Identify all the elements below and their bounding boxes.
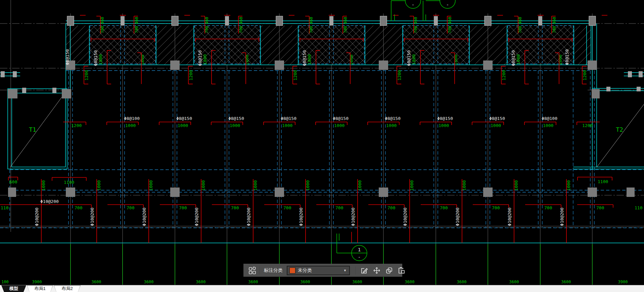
svg-text:700: 700: [75, 205, 82, 210]
svg-text:3600: 3600: [92, 280, 101, 284]
svg-text:Φ8@150: Φ8@150: [65, 49, 70, 65]
svg-text:3600: 3600: [196, 280, 206, 284]
stairwells: T1T2: [10, 91, 644, 167]
svg-text:3600: 3600: [144, 280, 154, 284]
svg-text:1000: 1000: [140, 54, 145, 65]
svg-text:460: 460: [413, 17, 418, 24]
svg-text:700: 700: [231, 205, 239, 210]
svg-text:460: 460: [518, 17, 522, 24]
svg-text:T2: T2: [616, 126, 623, 133]
toolbar-separator: [356, 266, 357, 275]
category-label: 标注分类: [264, 267, 283, 274]
paste-icon[interactable]: [397, 266, 406, 275]
svg-text:1000: 1000: [201, 180, 206, 191]
svg-text:1000: 1000: [230, 123, 240, 128]
svg-text:Φ8@150: Φ8@150: [406, 50, 411, 66]
svg-text:Φ8@150: Φ8@150: [302, 50, 307, 66]
svg-text:3600: 3600: [301, 280, 310, 284]
svg-text:1000: 1000: [282, 123, 292, 128]
svg-text:700: 700: [387, 205, 395, 210]
svg-text:1200: 1200: [582, 70, 587, 80]
edit-annotation-icon[interactable]: [360, 266, 369, 275]
svg-text:700: 700: [448, 26, 452, 33]
svg-text:700: 700: [204, 26, 209, 33]
svg-text:700: 700: [239, 26, 243, 33]
category-dropdown[interactable]: 未分类 ▼: [287, 266, 350, 275]
svg-text:1000: 1000: [41, 180, 46, 191]
svg-text:1200: 1200: [293, 70, 298, 80]
svg-text:Φ10@200: Φ10@200: [559, 208, 564, 226]
svg-text:1000: 1000: [96, 180, 101, 191]
svg-text:Φ10@200: Φ10@200: [194, 208, 199, 226]
svg-text:3600: 3600: [405, 280, 415, 284]
svg-text:1000: 1000: [244, 54, 249, 65]
svg-text:700: 700: [544, 205, 552, 210]
svg-text:Φ10@200: Φ10@200: [298, 208, 304, 226]
svg-text:Φ10@200: Φ10@200: [142, 208, 147, 226]
svg-text:1000: 1000: [357, 180, 362, 191]
svg-text:460: 460: [204, 17, 209, 24]
svg-text:Φ10@200: Φ10@200: [34, 208, 39, 226]
svg-text:700: 700: [100, 26, 105, 33]
svg-text:Φ8@150: Φ8@150: [437, 116, 453, 121]
svg-text:1000: 1000: [566, 180, 571, 191]
tab-layout1[interactable]: 布局1: [27, 285, 53, 292]
svg-text:Φ8@150: Φ8@150: [228, 116, 244, 121]
svg-text:1200: 1200: [71, 123, 82, 128]
svg-text:100: 100: [1, 280, 9, 284]
lower-band-annotations: Φ10@2001000Φ10@2001000Φ10@2001000Φ10@200…: [0, 177, 642, 243]
svg-text:700: 700: [552, 26, 557, 33]
svg-text:1000: 1000: [558, 54, 563, 65]
svg-text:1000: 1000: [125, 123, 136, 128]
copy-icon[interactable]: [385, 266, 394, 275]
svg-text:700: 700: [309, 26, 314, 33]
svg-text:700: 700: [134, 26, 139, 33]
layout-tabbar: 模型 布局1 布局2: [0, 285, 644, 292]
svg-text:1000: 1000: [491, 123, 501, 128]
tab-model[interactable]: 模型: [1, 285, 26, 292]
svg-text:1200: 1200: [397, 70, 402, 80]
svg-text:1800: 1800: [411, 54, 416, 65]
svg-text:Φ8@150: Φ8@150: [333, 116, 349, 121]
svg-text:-: -: [412, 2, 414, 7]
svg-text:1000: 1000: [439, 123, 449, 128]
svg-text:110: 110: [635, 205, 642, 210]
tab-layout2[interactable]: 布局2: [54, 285, 81, 292]
svg-text:1800: 1800: [98, 54, 103, 65]
svg-text:3600: 3600: [457, 280, 467, 284]
cad-viewport[interactable]: T1T2460700460700Φ8@150180010004607004607…: [0, 0, 644, 292]
svg-text:1000: 1000: [253, 180, 258, 191]
svg-text:3600: 3600: [248, 280, 258, 284]
svg-text:460: 460: [552, 17, 557, 24]
svg-text:Φ8@150: Φ8@150: [511, 50, 516, 66]
svg-text:3600: 3600: [561, 280, 571, 284]
svg-text:Φ8@150: Φ8@150: [197, 50, 202, 66]
svg-text:1000: 1000: [409, 180, 414, 191]
svg-text:Φ8@150: Φ8@150: [489, 116, 505, 121]
svg-text:Φ10@200: Φ10@200: [246, 208, 251, 226]
svg-text:Φ8@150: Φ8@150: [281, 116, 296, 121]
svg-text:700: 700: [596, 205, 604, 210]
svg-text:1000: 1000: [453, 54, 458, 65]
blocks-icon[interactable]: [248, 266, 257, 275]
svg-text:1100: 1100: [64, 180, 74, 185]
svg-text:1800: 1800: [307, 54, 312, 65]
annotation-toolbar: 标注分类 未分类 ▼: [243, 264, 402, 277]
svg-text:3900: 3900: [618, 280, 628, 284]
svg-text:700: 700: [179, 205, 187, 210]
svg-text:Φ10@200: Φ10@200: [455, 208, 460, 226]
svg-text:1000: 1000: [386, 123, 397, 128]
svg-text:110: 110: [1, 205, 8, 210]
svg-text:460: 460: [134, 17, 139, 24]
svg-text:700: 700: [492, 205, 500, 210]
svg-text:1800: 1800: [202, 54, 208, 65]
category-color-swatch: [289, 267, 295, 274]
svg-text:1000: 1000: [349, 54, 354, 65]
svg-text:1000: 1000: [305, 180, 310, 191]
svg-text:T1: T1: [29, 126, 36, 133]
svg-text:Φ10@200: Φ10@200: [90, 208, 95, 226]
svg-text:Φ8@150: Φ8@150: [93, 50, 98, 66]
toolbar-separator: [260, 266, 261, 275]
svg-text:Φ8@150: Φ8@150: [385, 116, 401, 121]
move-icon[interactable]: [372, 266, 381, 275]
